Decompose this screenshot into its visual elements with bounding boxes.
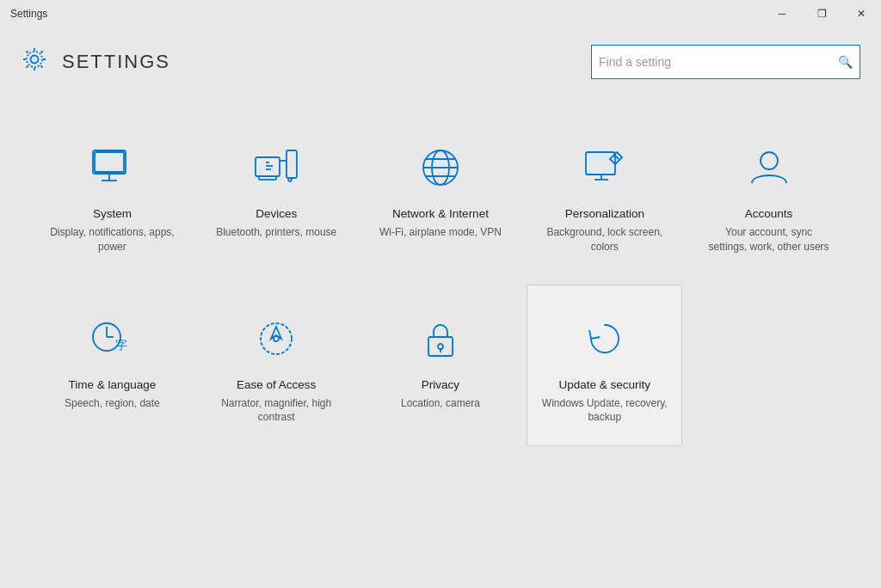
- header: SETTINGS 🔍: [0, 28, 881, 96]
- update-icon: [577, 311, 632, 366]
- search-input[interactable]: [599, 55, 838, 69]
- main-content: System Display, notifications, apps, pow…: [0, 96, 881, 463]
- time-desc: Speech, region, date: [65, 396, 160, 411]
- setting-item-privacy[interactable]: Privacy Location, camera: [363, 285, 519, 447]
- svg-rect-33: [428, 337, 453, 356]
- settings-grid-row1: System Display, notifications, apps, pow…: [34, 113, 847, 276]
- network-name: Network & Internet: [392, 207, 489, 220]
- search-icon[interactable]: 🔍: [838, 55, 853, 69]
- setting-item-accounts[interactable]: Accounts Your account, sync settings, wo…: [691, 113, 847, 276]
- ease-icon: [249, 311, 304, 366]
- devices-icon: [249, 140, 304, 195]
- svg-rect-5: [95, 152, 124, 172]
- setting-item-time[interactable]: 字 Time & language Speech, region, date: [34, 285, 190, 447]
- privacy-icon: [413, 311, 468, 366]
- svg-point-0: [31, 55, 39, 63]
- update-name: Update & security: [559, 378, 651, 391]
- header-title: SETTINGS: [62, 51, 170, 73]
- setting-item-ease[interactable]: Ease of Access Narrator, magnifier, high…: [199, 285, 354, 447]
- svg-point-34: [438, 344, 443, 349]
- setting-item-system[interactable]: System Display, notifications, apps, pow…: [34, 113, 190, 276]
- svg-point-32: [274, 336, 279, 341]
- search-box[interactable]: 🔍: [591, 45, 860, 79]
- time-name: Time & language: [69, 378, 157, 391]
- accounts-name: Accounts: [745, 207, 793, 220]
- svg-rect-8: [286, 150, 297, 178]
- titlebar-title: Settings: [10, 8, 47, 20]
- svg-rect-2: [93, 150, 126, 174]
- close-button[interactable]: ✕: [841, 0, 881, 28]
- svg-rect-21: [586, 152, 615, 175]
- ease-name: Ease of Access: [237, 378, 316, 391]
- restore-button[interactable]: ❐: [802, 0, 841, 28]
- system-icon: [84, 140, 139, 195]
- svg-text:字: 字: [115, 338, 127, 352]
- titlebar: Settings ─ ❐ ✕: [0, 0, 881, 28]
- gear-icon: [21, 46, 48, 79]
- personalization-icon: [577, 140, 632, 195]
- privacy-name: Privacy: [422, 378, 459, 391]
- update-desc: Windows Update, recovery, backup: [541, 396, 668, 426]
- setting-item-devices[interactable]: Devices Bluetooth, printers, mouse: [199, 113, 354, 276]
- empty-cell: [691, 285, 847, 447]
- minimize-button[interactable]: ─: [762, 0, 802, 28]
- personalization-desc: Background, lock screen, colors: [541, 225, 668, 254]
- setting-item-network[interactable]: Network & Internet Wi-Fi, airplane mode,…: [363, 113, 519, 276]
- devices-name: Devices: [256, 207, 297, 220]
- time-icon: 字: [84, 311, 139, 366]
- system-desc: Display, notifications, apps, power: [49, 225, 176, 254]
- settings-grid-row2: 字 Time & language Speech, region, date E…: [34, 285, 847, 447]
- header-left: SETTINGS: [21, 46, 170, 79]
- network-icon: [413, 140, 468, 195]
- devices-desc: Bluetooth, printers, mouse: [216, 225, 336, 240]
- network-desc: Wi-Fi, airplane mode, VPN: [379, 225, 502, 240]
- system-name: System: [93, 207, 132, 220]
- privacy-desc: Location, camera: [401, 396, 480, 411]
- svg-point-12: [288, 178, 292, 181]
- accounts-desc: Your account, sync settings, work, other…: [705, 225, 832, 254]
- setting-item-personalization[interactable]: Personalization Background, lock screen,…: [527, 113, 682, 276]
- setting-item-update[interactable]: Update & security Windows Update, recove…: [527, 285, 682, 447]
- titlebar-controls: ─ ❐ ✕: [762, 0, 881, 28]
- svg-line-25: [613, 154, 619, 159]
- svg-rect-6: [256, 157, 280, 176]
- accounts-icon: [742, 140, 797, 195]
- svg-point-1: [27, 52, 42, 67]
- svg-point-26: [761, 152, 778, 169]
- personalization-name: Personalization: [565, 207, 644, 220]
- ease-desc: Narrator, magnifier, high contrast: [213, 396, 340, 426]
